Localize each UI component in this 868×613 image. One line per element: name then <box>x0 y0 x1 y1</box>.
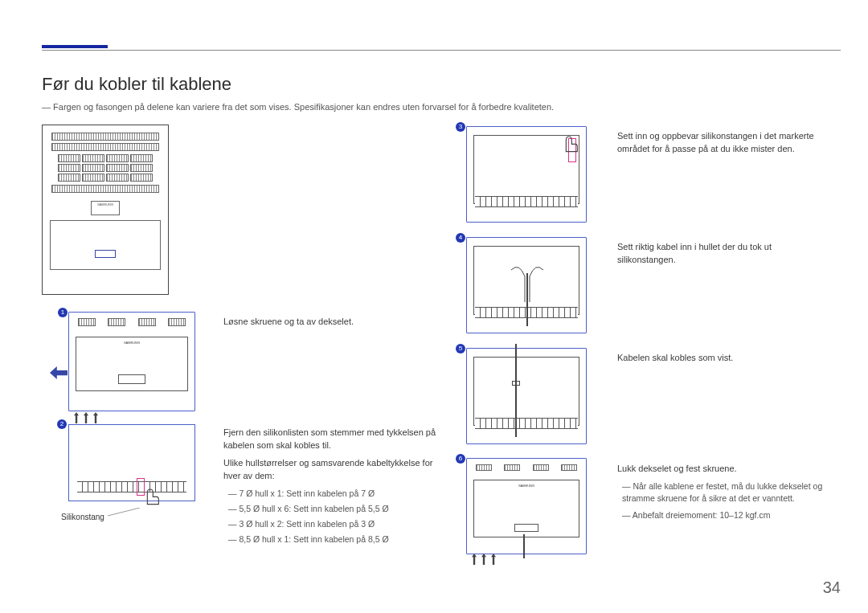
brand-logo-label: SAMSUNG <box>91 201 120 215</box>
step-6-diagram: 6 SAMSUNG <box>466 458 587 554</box>
step-5-badge: 5 <box>456 344 465 353</box>
step-4-badge: 4 <box>456 233 465 243</box>
step-3-badge: 3 <box>456 122 465 132</box>
step-1-badge: 1 <box>58 308 68 317</box>
silikonstang-label: Silikonstang <box>61 513 104 521</box>
step-4-text: Sett riktig kabel inn i hullet der du to… <box>617 241 826 267</box>
page-number: 34 <box>823 578 841 597</box>
label-leader-line <box>108 508 148 524</box>
step-3-diagram: 3 <box>466 126 587 223</box>
step-1-diagram: 1 SAMSUNG <box>68 312 195 411</box>
header-accent-bar <box>42 45 108 48</box>
hand-icon <box>559 130 581 154</box>
product-rear-diagram: SAMSUNG <box>42 125 169 295</box>
arrow-left-icon <box>50 366 68 379</box>
header-divider <box>42 50 841 51</box>
page-title: Før du kobler til kablene <box>42 74 231 95</box>
screw-arrows-icon <box>472 554 496 565</box>
svg-line-0 <box>108 508 140 516</box>
step-5-diagram: 5 <box>466 348 587 444</box>
step-3-text: Sett inn og oppbevar silikonstangen i de… <box>617 130 826 156</box>
step-6-text: Lukk dekselet og fest skruene. Når alle … <box>617 463 826 522</box>
screw-arrows-icon <box>74 412 98 423</box>
step-2-badge: 2 <box>57 419 67 429</box>
step-4-diagram: 4 <box>466 237 587 333</box>
hand-icon <box>140 483 162 507</box>
step-6-badge: 6 <box>456 454 465 464</box>
step-5-text: Kabelen skal kobles som vist. <box>617 352 826 365</box>
step-2-text: Fjern den silikonlisten som stemmer med … <box>223 427 440 550</box>
step-2-diagram: 2 <box>68 424 195 501</box>
intro-note: Fargen og fasongen på delene kan variere… <box>42 102 554 112</box>
step-1-text: Løsne skruene og ta av dekselet. <box>223 316 432 329</box>
